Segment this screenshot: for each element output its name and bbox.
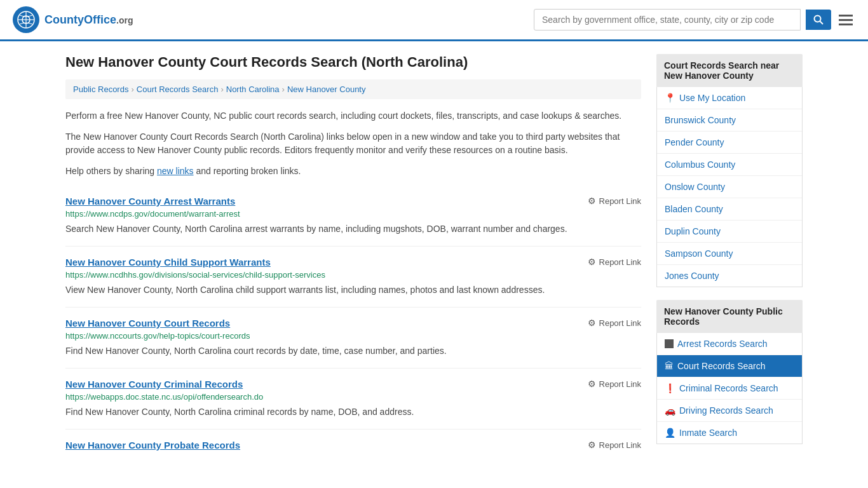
logo-county: County [44, 13, 84, 26]
list-item: Brunswick County [657, 109, 802, 132]
search-input[interactable] [534, 9, 801, 30]
list-item: 👤 Inmate Search [657, 422, 802, 444]
content-area: New Hanover County Court Records Search … [65, 54, 641, 463]
list-item: Jones County [657, 265, 802, 287]
logo-office: Office [84, 13, 116, 26]
breadcrumb-public-records[interactable]: Public Records [73, 85, 128, 94]
breadcrumb-sep-3: › [282, 85, 285, 94]
result-url: https://webapps.doc.state.nc.us/opi/offe… [65, 392, 641, 402]
report-icon: ⚙ [588, 379, 596, 389]
description-para3: Help others by sharing new links and rep… [65, 165, 641, 178]
search-area [534, 9, 855, 30]
menu-button[interactable] [836, 10, 855, 30]
list-item: 🚗 Driving Records Search [657, 400, 802, 422]
result-item: New Hanover County Child Support Warrant… [65, 247, 641, 308]
driving-icon: 🚗 [665, 405, 675, 416]
menu-bar-2 [839, 19, 853, 21]
search-button[interactable] [806, 10, 831, 30]
sidebar-public-records-list: Arrest Records Search 🏛 Court Records Se… [656, 333, 803, 444]
result-header: New Hanover County Child Support Warrant… [65, 257, 641, 268]
svg-point-4 [815, 16, 821, 22]
breadcrumb-north-carolina[interactable]: North Carolina [226, 85, 280, 94]
result-title[interactable]: New Hanover County Probate Records [65, 440, 240, 451]
list-item: ❗ Criminal Records Search [657, 377, 802, 400]
report-link[interactable]: ⚙ Report Link [588, 257, 641, 267]
svg-line-5 [820, 22, 824, 25]
report-link[interactable]: ⚙ Report Link [588, 318, 641, 328]
list-item: Sampson County [657, 243, 802, 265]
breadcrumb-sep-1: › [131, 85, 133, 94]
sidebar-duplin-county[interactable]: Duplin County [657, 220, 802, 242]
result-item: New Hanover County Arrest Warrants ⚙ Rep… [65, 186, 641, 247]
result-item: New Hanover County Probate Records ⚙ Rep… [65, 430, 641, 463]
header: CountyOffice.org [0, 0, 868, 41]
sidebar-jones-county[interactable]: Jones County [657, 265, 802, 287]
logo-icon [13, 6, 39, 33]
page-title: New Hanover County Court Records Search … [65, 54, 641, 71]
breadcrumb-court-records[interactable]: Court Records Search [137, 85, 219, 94]
sidebar-columbus-county[interactable]: Columbus County [657, 154, 802, 175]
report-icon: ⚙ [588, 318, 596, 328]
sidebar-onslow-county[interactable]: Onslow County [657, 176, 802, 198]
result-title[interactable]: New Hanover County Arrest Warrants [65, 196, 235, 207]
breadcrumb-sep-2: › [220, 85, 223, 94]
report-link[interactable]: ⚙ Report Link [588, 196, 641, 206]
description-para1: Perform a free New Hanover County, NC pu… [65, 109, 641, 123]
logo-area: CountyOffice.org [13, 6, 133, 33]
breadcrumb-new-hanover[interactable]: New Hanover County [287, 85, 366, 94]
result-title[interactable]: New Hanover County Child Support Warrant… [65, 257, 271, 268]
result-url: https://www.nccourts.gov/help-topics/cou… [65, 331, 641, 341]
menu-bar-3 [839, 24, 853, 25]
breadcrumb: Public Records › Court Records Search › … [65, 79, 641, 99]
list-item: Bladen County [657, 198, 802, 220]
result-header: New Hanover County Court Records ⚙ Repor… [65, 318, 641, 329]
sidebar-criminal-records[interactable]: ❗ Criminal Records Search [657, 377, 802, 399]
result-item: New Hanover County Court Records ⚙ Repor… [65, 308, 641, 369]
result-item: New Hanover County Criminal Records ⚙ Re… [65, 369, 641, 430]
inmate-icon: 👤 [665, 428, 675, 438]
sidebar-public-records-section: New Hanover County Public Records Arrest… [656, 300, 803, 444]
new-links-link[interactable]: new links [157, 166, 194, 176]
result-desc: View New Hanover County, North Carolina … [65, 283, 641, 297]
report-icon: ⚙ [588, 440, 596, 450]
sidebar: Court Records Search near New Hanover Co… [656, 54, 803, 463]
description-para2: The New Hanover County Court Records Sea… [65, 130, 641, 157]
arrest-icon [665, 339, 674, 348]
sidebar-pender-county[interactable]: Pender County [657, 132, 802, 153]
sidebar-brunswick-county[interactable]: Brunswick County [657, 109, 802, 131]
sidebar-arrest-records[interactable]: Arrest Records Search [657, 333, 802, 355]
criminal-icon: ❗ [665, 383, 675, 393]
sidebar-nearby-section: Court Records Search near New Hanover Co… [656, 54, 803, 287]
list-item: Arrest Records Search [657, 333, 802, 355]
search-icon [813, 15, 824, 25]
court-icon: 🏛 [665, 361, 674, 371]
sidebar-nearby-list: 📍 Use My Location Brunswick County Pende… [656, 87, 803, 287]
result-title[interactable]: New Hanover County Criminal Records [65, 379, 243, 390]
list-item: Onslow County [657, 176, 802, 198]
logo-org: .org [116, 15, 133, 25]
results-list: New Hanover County Arrest Warrants ⚙ Rep… [65, 186, 641, 463]
result-header: New Hanover County Criminal Records ⚙ Re… [65, 379, 641, 390]
sidebar-sampson-county[interactable]: Sampson County [657, 243, 802, 264]
list-item: Pender County [657, 132, 802, 154]
result-url: https://www.ncdps.gov/document/warrant-a… [65, 209, 641, 219]
list-item: Columbus County [657, 154, 802, 176]
report-icon: ⚙ [588, 257, 596, 267]
result-desc: Find New Hanover County, North Carolina … [65, 405, 641, 419]
sidebar-use-my-location[interactable]: 📍 Use My Location [657, 87, 802, 109]
sidebar-court-records[interactable]: 🏛 Court Records Search [657, 355, 802, 377]
report-link[interactable]: ⚙ Report Link [588, 440, 641, 450]
sidebar-inmate-search[interactable]: 👤 Inmate Search [657, 422, 802, 444]
main-container: New Hanover County Court Records Search … [53, 41, 815, 476]
sidebar-public-records-header: New Hanover County Public Records [656, 300, 803, 333]
logo-text: CountyOffice.org [44, 13, 133, 27]
list-item: 📍 Use My Location [657, 87, 802, 109]
sidebar-bladen-county[interactable]: Bladen County [657, 198, 802, 220]
report-icon: ⚙ [588, 196, 596, 206]
result-url: https://www.ncdhhs.gov/divisions/social-… [65, 270, 641, 280]
report-link[interactable]: ⚙ Report Link [588, 379, 641, 389]
sidebar-driving-records[interactable]: 🚗 Driving Records Search [657, 400, 802, 421]
result-title[interactable]: New Hanover County Court Records [65, 318, 230, 329]
result-header: New Hanover County Arrest Warrants ⚙ Rep… [65, 196, 641, 207]
result-desc: Search New Hanover County, North Carolin… [65, 222, 641, 236]
